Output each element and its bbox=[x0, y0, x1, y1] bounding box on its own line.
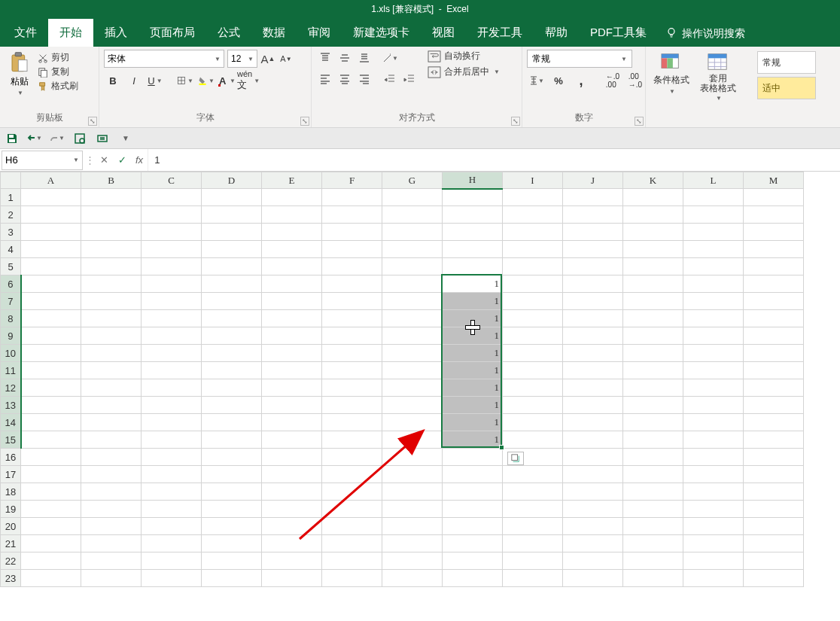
shrink-font-button[interactable]: A▼ bbox=[278, 51, 294, 66]
cell[interactable] bbox=[563, 483, 623, 501]
cell[interactable] bbox=[142, 535, 202, 553]
cell[interactable] bbox=[322, 206, 382, 224]
spreadsheet-grid[interactable]: ABCDEFGHIJKLM123456171819110111112113114… bbox=[0, 172, 840, 587]
cell[interactable] bbox=[322, 224, 382, 241]
cell[interactable] bbox=[382, 483, 443, 501]
cell[interactable] bbox=[744, 518, 804, 535]
cell[interactable] bbox=[623, 535, 683, 553]
percent-button[interactable]: % bbox=[549, 72, 568, 89]
cell[interactable] bbox=[382, 518, 443, 535]
cell[interactable] bbox=[262, 397, 322, 414]
cell[interactable] bbox=[683, 258, 744, 275]
border-button[interactable]: ▼ bbox=[176, 72, 194, 89]
cell[interactable] bbox=[683, 275, 744, 293]
cell[interactable] bbox=[142, 466, 202, 483]
cell[interactable] bbox=[322, 327, 382, 345]
cell[interactable] bbox=[21, 501, 81, 518]
cell[interactable] bbox=[21, 293, 81, 310]
cell[interactable] bbox=[443, 189, 503, 206]
cell[interactable] bbox=[322, 535, 382, 553]
cell[interactable] bbox=[81, 501, 142, 518]
cell[interactable] bbox=[443, 518, 503, 535]
cell[interactable] bbox=[382, 362, 443, 379]
cell[interactable] bbox=[382, 431, 443, 449]
cell[interactable] bbox=[683, 501, 744, 518]
cell[interactable] bbox=[142, 345, 202, 362]
cell[interactable] bbox=[382, 570, 443, 587]
cell[interactable] bbox=[443, 570, 503, 587]
cancel-formula-button[interactable]: ✕ bbox=[95, 151, 113, 169]
cell[interactable] bbox=[21, 518, 81, 535]
align-middle-button[interactable] bbox=[336, 50, 354, 66]
cell[interactable] bbox=[21, 327, 81, 345]
cell[interactable] bbox=[322, 241, 382, 258]
cell[interactable] bbox=[744, 189, 804, 206]
dialog-launcher-icon[interactable]: ⤡ bbox=[88, 117, 97, 126]
cell[interactable] bbox=[443, 206, 503, 224]
align-center-button[interactable] bbox=[336, 71, 354, 87]
cell[interactable] bbox=[503, 553, 563, 570]
cell[interactable] bbox=[382, 397, 443, 414]
cell[interactable] bbox=[683, 241, 744, 258]
cell[interactable] bbox=[202, 258, 262, 275]
cell[interactable] bbox=[683, 449, 744, 466]
cell[interactable] bbox=[382, 241, 443, 258]
cell[interactable] bbox=[21, 397, 81, 414]
cell[interactable] bbox=[202, 553, 262, 570]
row-header[interactable]: 14 bbox=[1, 414, 21, 431]
cell[interactable] bbox=[503, 310, 563, 327]
cell[interactable] bbox=[322, 449, 382, 466]
cell[interactable] bbox=[322, 501, 382, 518]
cell[interactable] bbox=[262, 189, 322, 206]
cell[interactable] bbox=[81, 397, 142, 414]
column-header[interactable]: D bbox=[202, 172, 262, 189]
cell[interactable] bbox=[503, 241, 563, 258]
cell[interactable] bbox=[563, 449, 623, 466]
column-header[interactable]: I bbox=[503, 172, 563, 189]
cell[interactable]: 1 bbox=[443, 379, 503, 397]
cell[interactable] bbox=[503, 535, 563, 553]
cell[interactable] bbox=[503, 501, 563, 518]
dialog-launcher-icon[interactable]: ⤡ bbox=[511, 117, 520, 126]
dialog-launcher-icon[interactable]: ⤡ bbox=[300, 117, 309, 126]
cell[interactable] bbox=[683, 414, 744, 431]
cell[interactable] bbox=[744, 466, 804, 483]
cell[interactable] bbox=[142, 206, 202, 224]
row-header[interactable]: 12 bbox=[1, 379, 21, 397]
cell[interactable] bbox=[322, 293, 382, 310]
cell[interactable] bbox=[744, 553, 804, 570]
cell[interactable] bbox=[81, 570, 142, 587]
cell[interactable] bbox=[322, 431, 382, 449]
cell[interactable] bbox=[21, 535, 81, 553]
cell[interactable] bbox=[563, 275, 623, 293]
cell[interactable] bbox=[683, 345, 744, 362]
cell[interactable] bbox=[322, 189, 382, 206]
cell[interactable] bbox=[202, 241, 262, 258]
cell[interactable] bbox=[623, 258, 683, 275]
cell[interactable] bbox=[142, 501, 202, 518]
cell[interactable] bbox=[202, 224, 262, 241]
cell[interactable] bbox=[202, 501, 262, 518]
cell[interactable]: 1 bbox=[443, 327, 503, 345]
column-header[interactable]: F bbox=[322, 172, 382, 189]
cell[interactable] bbox=[382, 501, 443, 518]
cell[interactable] bbox=[142, 570, 202, 587]
cell[interactable] bbox=[262, 224, 322, 241]
cell[interactable] bbox=[503, 189, 563, 206]
column-header[interactable]: H bbox=[443, 172, 503, 189]
cell[interactable] bbox=[744, 570, 804, 587]
cell[interactable] bbox=[683, 535, 744, 553]
cell[interactable] bbox=[202, 518, 262, 535]
cell[interactable] bbox=[623, 431, 683, 449]
cell[interactable] bbox=[21, 275, 81, 293]
tab-data[interactable]: 数据 bbox=[251, 19, 297, 47]
cell[interactable] bbox=[443, 553, 503, 570]
cell[interactable] bbox=[262, 553, 322, 570]
cell[interactable] bbox=[322, 518, 382, 535]
cell[interactable] bbox=[744, 275, 804, 293]
cell[interactable] bbox=[81, 362, 142, 379]
cell[interactable] bbox=[202, 449, 262, 466]
increase-decimal-button[interactable]: ←.0.00 bbox=[604, 72, 622, 89]
cell[interactable] bbox=[202, 275, 262, 293]
cell[interactable] bbox=[623, 449, 683, 466]
